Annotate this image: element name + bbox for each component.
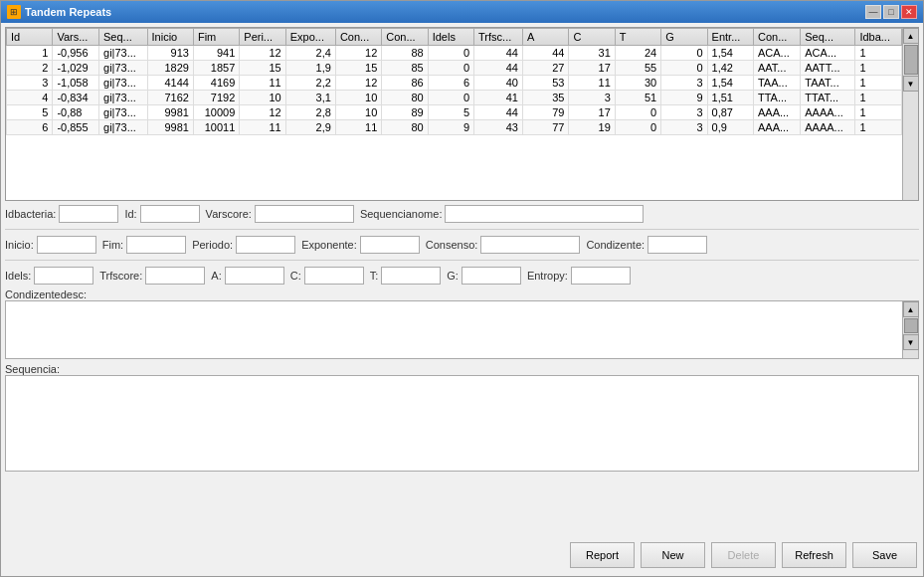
minimize-button[interactable]: — (865, 5, 881, 19)
table-cell: 6 (7, 120, 53, 135)
t-input[interactable] (381, 267, 441, 285)
condizente-label: Condizente: (586, 239, 645, 251)
sequencia-textarea[interactable] (6, 376, 918, 471)
scroll-up-btn[interactable]: ▲ (903, 28, 919, 44)
trfscore-input[interactable] (145, 267, 205, 285)
fim-label: Fim: (102, 239, 123, 251)
table-row[interactable]: 4-0,834gi|73...71627192103,1108004135351… (7, 91, 902, 105)
table-cell: 1 (855, 61, 902, 76)
varscore-input[interactable] (255, 205, 354, 223)
table-cell: 41 (474, 91, 523, 105)
id-input[interactable] (140, 205, 200, 223)
id-field: Id: (124, 205, 199, 223)
g-input[interactable] (462, 267, 521, 285)
table-cell: 44 (474, 46, 523, 61)
sequencia-row: Sequencia: (5, 363, 919, 375)
report-button[interactable]: Report (570, 542, 635, 568)
table-cell: 5 (7, 105, 53, 120)
periodo-label: Periodo: (192, 239, 233, 251)
table-cell: 89 (382, 105, 428, 120)
save-button[interactable]: Save (852, 542, 917, 568)
table-cell: ACA... (753, 46, 800, 61)
form-row-1: Idbacteria: Id: Varscore: Sequencianome: (5, 205, 919, 223)
refresh-button[interactable]: Refresh (782, 542, 846, 568)
maximize-button[interactable]: □ (883, 5, 899, 19)
table-cell: 3,1 (285, 91, 335, 105)
inicio-label: Inicio: (5, 239, 34, 251)
table-cell: 11 (240, 76, 285, 91)
table-row[interactable]: 5-0,88gi|73...998110009122,8108954479170… (7, 105, 902, 120)
table-cell: 1 (855, 91, 902, 105)
inicio-field: Inicio: (5, 236, 96, 254)
condizentedesc-container: ▲ ▼ (5, 300, 919, 359)
table-cell: 1829 (147, 61, 193, 76)
table-cell: gi|73... (99, 91, 148, 105)
table-cell: 12 (240, 105, 285, 120)
a-field: A: (211, 267, 283, 285)
col-vars: Vars... (53, 29, 99, 46)
fim-input[interactable] (126, 236, 186, 254)
periodo-input[interactable] (236, 236, 295, 254)
condizentedesc-scroll-up[interactable]: ▲ (903, 301, 919, 317)
table-cell: 10011 (193, 120, 239, 135)
title-bar: ⊞ Tandem Repeats — □ ✕ (1, 1, 923, 23)
col-entr: Entr... (707, 29, 753, 46)
table-scrollbar[interactable]: ▲ ▼ (902, 28, 918, 200)
table-cell: 2,9 (285, 120, 335, 135)
table-row[interactable]: 3-1,058gi|73...41444169112,2128664053113… (7, 76, 902, 91)
table-cell: 27 (523, 61, 569, 76)
separator-2 (5, 260, 919, 261)
table-cell: 0 (428, 91, 473, 105)
table-cell: 3 (661, 105, 707, 120)
idbacteria-input[interactable] (59, 205, 118, 223)
title-bar-left: ⊞ Tandem Repeats (7, 5, 111, 19)
entropy-field: Entropy: (527, 267, 631, 285)
table-cell: 11 (335, 120, 381, 135)
table-row[interactable]: 2-1,029gi|73...18291857151,9158504427175… (7, 61, 902, 76)
idbacteria-label: Idbacteria: (5, 208, 56, 220)
idels-label: Idels: (5, 270, 31, 282)
exponente-input[interactable] (360, 236, 420, 254)
condizente-input[interactable] (647, 236, 707, 254)
table-cell: 12 (335, 46, 381, 61)
condizentedesc-scroll-thumb[interactable] (904, 318, 918, 333)
scroll-down-btn[interactable]: ▼ (903, 76, 919, 92)
table-row[interactable]: 6-0,855gi|73...998110011112,911809437719… (7, 120, 902, 135)
new-button[interactable]: New (641, 542, 705, 568)
periodo-field: Periodo: (192, 236, 295, 254)
exponente-label: Exponente: (301, 239, 357, 251)
consenso-label: Consenso: (426, 239, 478, 251)
entropy-input[interactable] (571, 267, 631, 285)
table-cell: 44 (474, 105, 523, 120)
c-input[interactable] (304, 267, 364, 285)
idels-input[interactable] (34, 267, 93, 285)
close-button[interactable]: ✕ (901, 5, 917, 19)
table-cell: 3 (569, 91, 615, 105)
col-c: C (569, 29, 615, 46)
scroll-thumb[interactable] (904, 45, 918, 75)
table-cell: 3 (661, 120, 707, 135)
table-scroll-area[interactable]: Id Vars... Seq... Inicio Fim Peri... Exp… (6, 28, 902, 200)
condizentedesc-scrollbar[interactable]: ▲ ▼ (902, 301, 918, 358)
a-input[interactable] (225, 267, 284, 285)
table-cell: 44 (523, 46, 569, 61)
table-cell: 35 (523, 91, 569, 105)
table-row[interactable]: 1-0,956gi|73...913941122,412880444431240… (7, 46, 902, 61)
condizentedesc-textarea[interactable] (6, 301, 902, 356)
col-seq: Seq... (99, 29, 148, 46)
table-cell: ACA... (801, 46, 855, 61)
data-table: Id Vars... Seq... Inicio Fim Peri... Exp… (6, 28, 902, 135)
sequencia-container (5, 375, 919, 472)
table-cell: 80 (382, 91, 428, 105)
table-cell: 19 (569, 120, 615, 135)
delete-button[interactable]: Delete (711, 542, 776, 568)
table-cell: 3 (661, 76, 707, 91)
col-peri: Peri... (240, 29, 285, 46)
table-cell: 4 (7, 91, 53, 105)
table-header-row: Id Vars... Seq... Inicio Fim Peri... Exp… (7, 29, 902, 46)
inicio-input[interactable] (37, 236, 96, 254)
condizentedesc-scroll-down[interactable]: ▼ (903, 334, 919, 350)
table-cell: 2 (7, 61, 53, 76)
consenso-input[interactable] (480, 236, 580, 254)
sequencianome-input[interactable] (445, 205, 644, 223)
